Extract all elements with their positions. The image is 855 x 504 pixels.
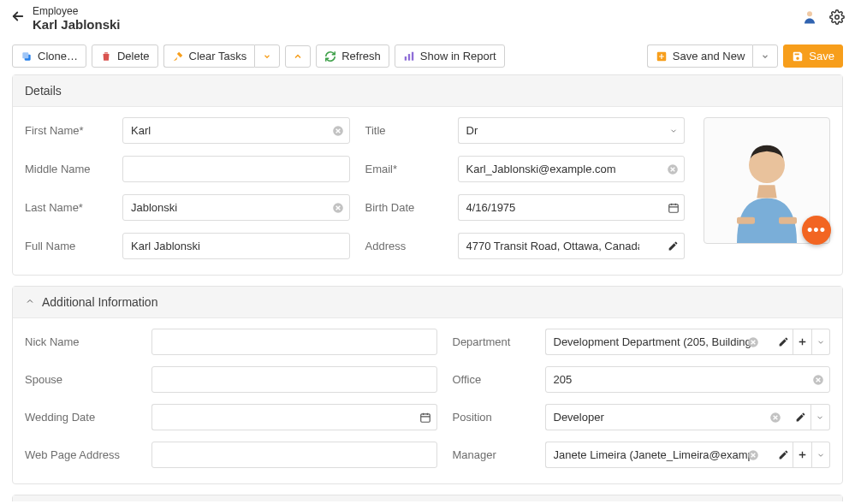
- save-icon: [792, 50, 804, 62]
- clear-icon[interactable]: [331, 201, 345, 215]
- panel-details: Details First Name* Title Middle Name E: [12, 74, 843, 276]
- manager-dropdown[interactable]: [812, 442, 830, 468]
- photo-action-fab[interactable]: •••: [802, 216, 831, 245]
- clone-button[interactable]: Clone…: [12, 44, 86, 68]
- page-title: Karl Jablonski: [33, 17, 802, 32]
- calendar-button[interactable]: [663, 194, 685, 221]
- position-label: Position: [453, 411, 530, 424]
- show-in-report-button[interactable]: Show in Report: [395, 44, 505, 68]
- svg-rect-6: [412, 51, 413, 60]
- delete-button[interactable]: Delete: [92, 44, 158, 68]
- up-button[interactable]: [285, 45, 311, 68]
- last-name-input[interactable]: [122, 194, 350, 221]
- manager-input[interactable]: [545, 442, 775, 468]
- office-label: Office: [453, 373, 530, 386]
- manager-edit-button[interactable]: [775, 442, 793, 468]
- department-edit-button[interactable]: [775, 329, 793, 355]
- address-input[interactable]: [458, 233, 663, 259]
- spouse-input[interactable]: [151, 366, 437, 393]
- svg-rect-4: [405, 56, 407, 61]
- web-page-input[interactable]: [151, 442, 437, 468]
- refresh-button[interactable]: Refresh: [316, 44, 389, 68]
- address-label: Address: [365, 240, 442, 252]
- refresh-label: Refresh: [341, 50, 381, 62]
- header-bar: Employee Karl Jablonski: [0, 0, 855, 38]
- birth-date-input[interactable]: [458, 194, 663, 221]
- panel-additional-info: Additional Information Nick Name Departm…: [12, 286, 843, 484]
- save-and-new-label: Save and New: [673, 50, 745, 62]
- svg-rect-5: [408, 54, 410, 61]
- save-and-new-dropdown[interactable]: [752, 44, 778, 68]
- delete-label: Delete: [117, 50, 150, 62]
- nick-name-input[interactable]: [151, 329, 437, 355]
- manager-label: Manager: [453, 448, 530, 461]
- chart-icon: [403, 50, 415, 62]
- address-edit-button[interactable]: [663, 233, 685, 259]
- calendar-button[interactable]: [415, 404, 437, 430]
- clear-icon[interactable]: [746, 335, 760, 349]
- web-page-label: Web Page Address: [25, 448, 136, 461]
- clear-icon[interactable]: [331, 124, 345, 138]
- svg-rect-16: [421, 413, 430, 421]
- middle-name-input[interactable]: [122, 156, 350, 182]
- clear-tasks-dropdown[interactable]: [254, 44, 280, 68]
- clone-icon: [21, 50, 33, 62]
- department-add-button[interactable]: [793, 329, 812, 355]
- middle-name-label: Middle Name: [25, 163, 107, 175]
- wedding-date-input[interactable]: [151, 404, 415, 430]
- panel-notes: Notes: [12, 495, 843, 501]
- chevron-down-icon: [759, 50, 771, 62]
- save-and-new-button[interactable]: Save and New: [647, 44, 753, 68]
- wedding-date-label: Wedding Date: [25, 411, 136, 424]
- department-input[interactable]: [545, 329, 775, 355]
- first-name-label: First Name*: [25, 124, 107, 137]
- panel-details-header: Details: [13, 75, 842, 107]
- broom-icon: [172, 50, 184, 62]
- svg-rect-3: [22, 52, 28, 58]
- last-name-label: Last Name*: [25, 201, 107, 214]
- clear-icon[interactable]: [769, 411, 782, 424]
- panel-notes-header: Notes: [13, 495, 842, 501]
- office-input[interactable]: [545, 366, 831, 393]
- svg-point-1: [835, 15, 840, 20]
- svg-rect-13: [737, 217, 755, 224]
- email-label: Email*: [365, 163, 442, 175]
- spouse-label: Spouse: [25, 373, 136, 386]
- clear-icon[interactable]: [666, 163, 680, 176]
- birth-date-label: Birth Date: [365, 201, 442, 214]
- show-in-report-label: Show in Report: [420, 50, 496, 62]
- refresh-icon: [324, 50, 336, 62]
- clear-icon[interactable]: [811, 373, 825, 387]
- header-section: Employee: [33, 5, 802, 17]
- department-label: Department: [453, 335, 530, 348]
- first-name-input[interactable]: [122, 117, 350, 144]
- email-input[interactable]: [458, 156, 686, 182]
- chevron-up-icon: [292, 50, 304, 62]
- clear-icon[interactable]: [746, 448, 760, 462]
- department-dropdown[interactable]: [812, 329, 830, 355]
- clone-label: Clone…: [38, 50, 78, 62]
- gear-icon[interactable]: [829, 9, 845, 27]
- clear-tasks-label: Clear Tasks: [189, 50, 247, 62]
- nick-name-label: Nick Name: [25, 335, 136, 348]
- full-name-label: Full Name: [25, 240, 107, 252]
- title-dropdown[interactable]: [663, 117, 685, 144]
- position-edit-button[interactable]: [791, 404, 811, 430]
- full-name-input: [122, 233, 350, 259]
- panel-additional-info-header[interactable]: Additional Information: [13, 287, 842, 318]
- plus-square-icon: [656, 50, 668, 62]
- title-label: Title: [365, 124, 442, 137]
- back-button[interactable]: [10, 9, 33, 28]
- position-dropdown[interactable]: [811, 404, 830, 430]
- title-input[interactable]: [458, 117, 663, 144]
- header-titles: Employee Karl Jablonski: [33, 5, 802, 32]
- manager-add-button[interactable]: [793, 442, 812, 468]
- clear-tasks-button[interactable]: Clear Tasks: [163, 44, 255, 68]
- ellipsis-icon: •••: [807, 222, 826, 240]
- position-input[interactable]: [545, 404, 792, 430]
- chevron-up-icon: [25, 295, 35, 309]
- save-button[interactable]: Save: [783, 44, 843, 68]
- svg-rect-12: [779, 217, 797, 224]
- toolbar: Clone… Delete Clear Tasks Refresh Show i…: [0, 38, 855, 74]
- user-icon[interactable]: [802, 9, 817, 27]
